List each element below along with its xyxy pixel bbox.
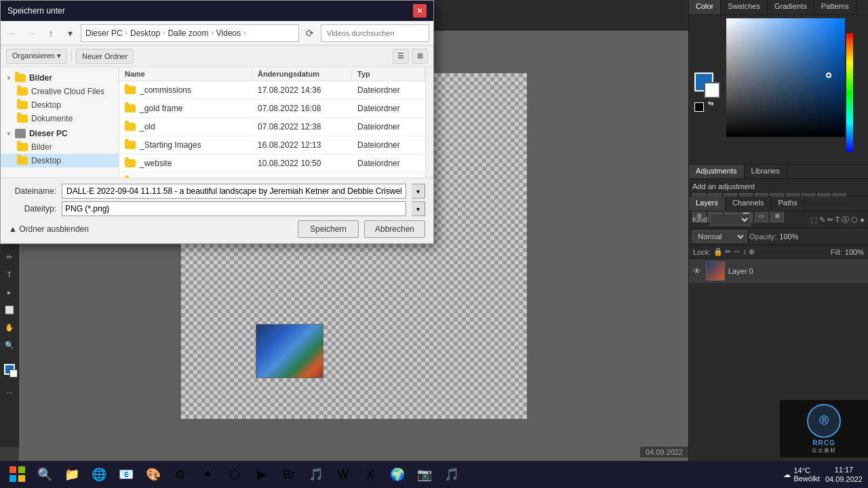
dialog-sidebar: ▼ Bilder Creative Cloud Files Desktop Do… bbox=[1, 67, 119, 178]
dialog-close-button[interactable]: ✕ bbox=[413, 4, 427, 18]
recent-button[interactable]: ▾ bbox=[62, 25, 78, 41]
col-header-type[interactable]: Typ bbox=[352, 67, 425, 81]
fg-bg-swatches[interactable] bbox=[694, 73, 720, 98]
forward-button[interactable]: → bbox=[24, 25, 40, 41]
file-row[interactable]: _Website Youtube format02.09.2022 23:21D… bbox=[119, 173, 425, 178]
taskbar-mail[interactable]: 📧 bbox=[114, 462, 138, 487]
file-row[interactable]: _old07.08.2022 12:38Dateiordner bbox=[119, 118, 425, 136]
save-button[interactable]: Speichern bbox=[298, 220, 359, 238]
sidebar-item-creative-cloud[interactable]: Creative Cloud Files bbox=[1, 85, 119, 98]
taskbar-explorer[interactable]: 📁 bbox=[60, 462, 84, 487]
taskbar-start-button[interactable] bbox=[5, 462, 30, 487]
refresh-button[interactable]: ⟳ bbox=[302, 25, 318, 41]
filetype-select[interactable]: PNG (*.png) bbox=[62, 201, 406, 216]
back-button[interactable]: ← bbox=[5, 25, 21, 41]
taskbar-camera[interactable]: 📷 bbox=[412, 462, 437, 487]
dialog-file-list: Name Änderungsdatum Typ _commissions17.0… bbox=[119, 67, 425, 178]
taskbar-word[interactable]: W bbox=[331, 462, 355, 487]
file-date-cell: 07.08.2022 12:38 bbox=[252, 121, 352, 133]
fg-bg-colors[interactable] bbox=[2, 362, 17, 377]
tab-paths[interactable]: Paths bbox=[772, 197, 805, 211]
layer-visibility-icon[interactable]: 👁 bbox=[693, 266, 703, 276]
filetype-dropdown-btn[interactable]: ▾ bbox=[412, 201, 425, 216]
path-segment-0[interactable]: Dieser PC bbox=[85, 28, 123, 38]
sidebar-item-desktop-active[interactable]: Desktop bbox=[1, 154, 119, 167]
file-row[interactable]: _Starting Images16.08.2022 12:13Dateiord… bbox=[119, 136, 425, 155]
color-hue-bar[interactable] bbox=[846, 33, 853, 152]
view-btn-grid[interactable]: ⊞ bbox=[412, 49, 428, 64]
taskbar-excel[interactable]: X bbox=[358, 462, 382, 487]
tab-adjustments[interactable]: Adjustments bbox=[689, 165, 745, 178]
filename-label: Dateiname: bbox=[9, 186, 56, 196]
type-tool[interactable]: T bbox=[2, 267, 17, 282]
color-gradient[interactable] bbox=[726, 18, 845, 137]
taskbar-photoshop-tb[interactable]: 🎨 bbox=[141, 462, 165, 487]
file-type-cell: Dateiordner bbox=[352, 102, 425, 115]
taskbar-pr[interactable]: ▶ bbox=[250, 462, 274, 487]
file-row[interactable]: _commissions17.08.2022 14:36Dateiordner bbox=[119, 81, 425, 100]
taskbar-spotify[interactable]: 🎵 bbox=[439, 462, 464, 487]
taskbar-ae[interactable]: ⬡ bbox=[222, 462, 247, 487]
toggle-folders-button[interactable]: ▲ Ordner ausblenden bbox=[9, 224, 89, 234]
taskbar-ai[interactable]: ✦ bbox=[195, 462, 220, 487]
path-segment-3[interactable]: Videos bbox=[216, 28, 241, 38]
kind-select[interactable] bbox=[710, 214, 751, 226]
file-folder-icon bbox=[125, 123, 136, 131]
dialog-scrollbar[interactable] bbox=[425, 67, 433, 178]
path-segment-1[interactable]: Desktop bbox=[130, 28, 160, 38]
sidebar-item-desktop-1[interactable]: Desktop bbox=[1, 98, 119, 112]
blend-mode-select[interactable]: Normal bbox=[692, 230, 747, 243]
shape-tool[interactable]: ⬜ bbox=[2, 302, 17, 317]
organize-button[interactable]: Organisieren ▾ bbox=[6, 49, 67, 64]
sidebar-item-bilder[interactable]: Bilder bbox=[1, 140, 119, 154]
col-header-name[interactable]: Name bbox=[119, 67, 252, 81]
taskbar-search[interactable]: 🔍 bbox=[33, 462, 57, 487]
taskbar-right: ☁ 14°C Bewölkt 11:17 04.09.2022 bbox=[783, 465, 863, 485]
add-adjustment-label: Add an adjustment bbox=[692, 182, 865, 190]
taskbar-media[interactable]: 🎵 bbox=[304, 462, 328, 487]
tab-patterns[interactable]: Patterns bbox=[814, 0, 856, 14]
file-row[interactable]: _gold frame07.08.2022 16:08Dateiordner bbox=[119, 100, 425, 118]
fill-value[interactable]: 100% bbox=[845, 248, 864, 256]
reset-colors[interactable] bbox=[694, 102, 704, 112]
search-input[interactable] bbox=[321, 24, 429, 42]
sidebar-group-bilder-header[interactable]: ▼ Bilder bbox=[1, 71, 119, 85]
tab-gradients[interactable]: Gradients bbox=[768, 0, 814, 14]
kind-label: Kind bbox=[692, 216, 707, 224]
file-row[interactable]: _website10.08.2022 10:50Dateiordner bbox=[119, 155, 425, 173]
taskbar-edge[interactable]: 🌐 bbox=[87, 462, 111, 487]
path-select-tool[interactable]: ▸ bbox=[2, 285, 17, 300]
opacity-value[interactable]: 100% bbox=[779, 232, 798, 241]
hand-tool[interactable]: ✋ bbox=[2, 320, 17, 335]
filename-dropdown-btn[interactable]: ▾ bbox=[412, 184, 425, 199]
cancel-button[interactable]: Abbrechen bbox=[364, 220, 425, 238]
filename-input[interactable] bbox=[62, 184, 406, 199]
sidebar-item-dokumente[interactable]: Dokumente bbox=[1, 112, 119, 125]
view-btn-list[interactable]: ☰ bbox=[393, 49, 409, 64]
taskbar-settings[interactable]: ⚙ bbox=[168, 462, 193, 487]
col-header-date[interactable]: Änderungsdatum bbox=[252, 67, 352, 81]
swap-colors[interactable]: ⇆ bbox=[708, 100, 715, 106]
layer-item-0[interactable]: 👁 Layer 0 bbox=[689, 259, 868, 284]
taskbar-clock[interactable]: 11:17 04.09.2022 bbox=[825, 465, 863, 485]
tab-layers[interactable]: Layers bbox=[689, 197, 726, 211]
tab-channels[interactable]: Channels bbox=[726, 197, 771, 211]
windows-icon bbox=[9, 466, 26, 483]
zoom-tool[interactable]: 🔍 bbox=[2, 338, 17, 352]
file-name-cell: _website bbox=[119, 157, 252, 169]
new-folder-button[interactable]: Neuer Ordner bbox=[76, 49, 134, 64]
up-button[interactable]: ↑ bbox=[43, 25, 59, 41]
sidebar-group-dieser-pc-header[interactable]: ▼ Dieser PC bbox=[1, 127, 119, 140]
pen-tool[interactable]: ✏ bbox=[2, 249, 17, 264]
path-segment-2[interactable]: Dalle zoom bbox=[167, 28, 208, 38]
extra-tools[interactable]: ··· bbox=[2, 385, 17, 400]
tab-color[interactable]: Color bbox=[689, 0, 721, 14]
background-color[interactable] bbox=[704, 82, 720, 98]
taskbar-chrome[interactable]: 🌍 bbox=[385, 462, 410, 487]
tab-libraries[interactable]: Libraries bbox=[745, 165, 787, 178]
tab-swatches[interactable]: Swatches bbox=[721, 0, 768, 14]
lock-icons[interactable]: 🔒 ✏ ↔ ↕ ⊕ bbox=[713, 247, 755, 256]
taskbar-br[interactable]: Br bbox=[277, 462, 301, 487]
rrcg-watermark: Ⓡ RRCG 众众素材 bbox=[780, 400, 868, 458]
dialog-titlebar: Speichern unter ✕ bbox=[1, 1, 433, 21]
